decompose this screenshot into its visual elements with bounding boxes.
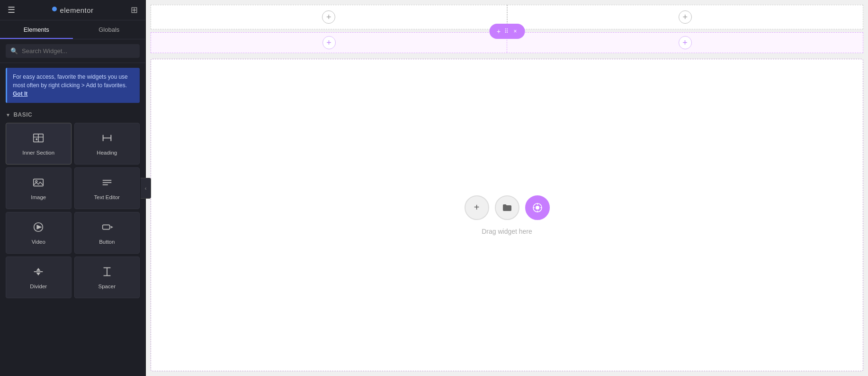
basic-section-heading[interactable]: ▼ Basic [6, 111, 140, 118]
widget-heading[interactable]: Heading [74, 123, 140, 165]
heading-icon [101, 132, 113, 146]
divider-label: Divider [30, 284, 47, 289]
svg-rect-7 [34, 179, 43, 186]
search-input[interactable] [22, 47, 135, 55]
widget-button[interactable]: Button [74, 212, 140, 254]
svg-marker-17 [37, 273, 40, 275]
collapse-toggle[interactable]: ‹ [141, 178, 151, 199]
add-col-left-btn[interactable]: + [322, 10, 335, 24]
image-label: Image [31, 194, 46, 200]
section-chevron-icon: ▼ [6, 112, 10, 118]
widget-spacer[interactable]: Spacer [74, 257, 140, 298]
add-element-btn[interactable]: + [465, 195, 489, 220]
widget-text-editor[interactable]: Text Editor [74, 167, 140, 209]
search-box: 🔍 [6, 44, 140, 58]
svg-marker-13 [37, 225, 41, 229]
action-buttons: + [465, 195, 550, 220]
tabs-bar: Elements Globals [0, 20, 145, 39]
tip-text: For easy access, favorite the widgets yo… [13, 73, 128, 89]
search-icon: 🔍 [10, 47, 18, 55]
button-label: Button [99, 239, 115, 245]
text-editor-label: Text Editor [94, 194, 120, 200]
section-drag-handle[interactable]: ⠿ [504, 28, 510, 35]
svg-point-8 [36, 181, 37, 183]
drag-hint: Drag widget here [482, 228, 532, 235]
basic-section-label: Basic [13, 111, 32, 118]
widgets-area: ▼ Basic Inner Section [0, 108, 145, 376]
row-add-left-btn[interactable]: + [322, 36, 336, 49]
text-editor-icon [101, 176, 113, 191]
got-it-button[interactable]: Got It [13, 91, 27, 97]
templates-folder-btn[interactable] [495, 195, 519, 220]
row-col-right[interactable]: + [507, 33, 863, 53]
canvas: + + + ⠿ × + + + [146, 0, 868, 376]
row-add-right-btn[interactable]: + [679, 36, 692, 49]
spacer-label: Spacer [98, 284, 116, 289]
section-close-btn[interactable]: × [510, 26, 521, 37]
logo-dot [52, 7, 57, 11]
main-drop-area: + Drag widget here [151, 59, 863, 371]
svg-rect-14 [102, 225, 109, 229]
video-label: Video [32, 239, 45, 245]
inner-section-icon [32, 132, 45, 146]
image-icon [32, 176, 45, 191]
row-col-left[interactable]: + [151, 33, 507, 53]
add-col-right-btn[interactable]: + [679, 10, 692, 24]
widget-inner-section[interactable]: Inner Section [6, 123, 72, 165]
sidebar-header: ☰ elementor ⊞ [0, 0, 145, 20]
divider-icon [32, 266, 45, 280]
top-section: + + + ⠿ × [151, 5, 863, 29]
widget-video[interactable]: Video [6, 212, 72, 254]
widget-divider[interactable]: Divider [6, 257, 72, 298]
widget-image[interactable]: Image [6, 167, 72, 209]
svg-point-3 [36, 139, 37, 140]
tip-box: For easy access, favorite the widgets yo… [6, 68, 140, 103]
grid-icon[interactable]: ⊞ [131, 5, 138, 15]
top-col-right[interactable]: + [507, 5, 864, 29]
video-icon [32, 221, 45, 235]
collapse-icon: ‹ [145, 185, 147, 191]
button-icon [101, 221, 113, 235]
svg-marker-16 [37, 269, 40, 271]
logo-area: elementor [52, 6, 93, 14]
logo-text: elementor [60, 6, 93, 14]
tab-elements[interactable]: Elements [0, 20, 73, 39]
hamburger-icon[interactable]: ☰ [8, 5, 15, 15]
tab-globals[interactable]: Globals [73, 20, 146, 39]
spacer-icon [101, 266, 113, 280]
section-controls: + ⠿ × [489, 24, 525, 39]
search-container: 🔍 [0, 39, 145, 63]
inner-section-label: Inner Section [22, 150, 54, 156]
sidebar: ☰ elementor ⊞ Elements Globals 🔍 For eas… [0, 0, 146, 376]
widgets-grid: Inner Section Heading [6, 123, 140, 298]
heading-label: Heading [97, 150, 117, 156]
elementor-templates-btn[interactable] [525, 195, 550, 220]
top-col-left[interactable]: + [151, 5, 507, 29]
section-add-btn[interactable]: + [493, 26, 504, 37]
svg-point-22 [536, 206, 539, 210]
